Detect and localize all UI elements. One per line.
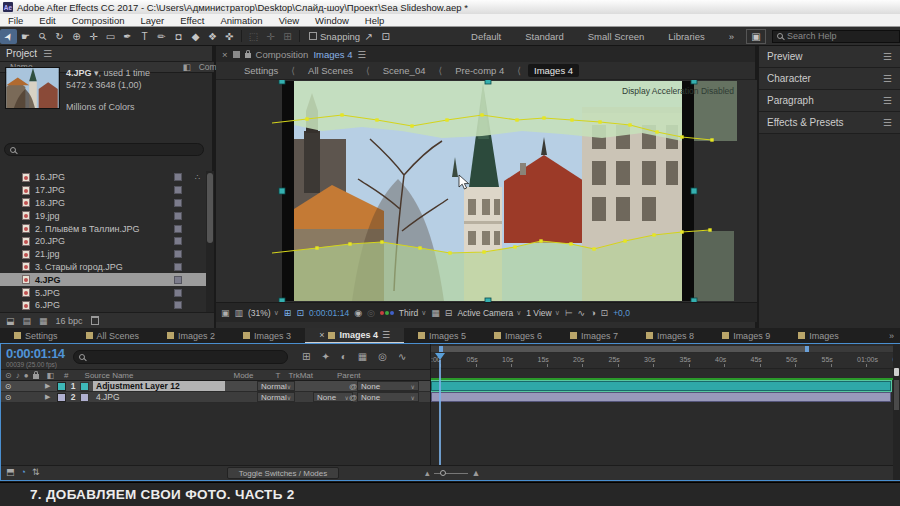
collapsed-panel-header[interactable]: Character ☰	[759, 68, 900, 90]
timeline-tab[interactable]: × Images ☰	[784, 328, 853, 343]
menu-item[interactable]: File	[0, 15, 31, 26]
timeline-search-input[interactable]	[73, 350, 288, 364]
project-item-row[interactable]: 17.JPG ∴	[0, 184, 206, 197]
timeline-tab-label[interactable]: Settings	[25, 331, 58, 341]
interpret-footage-icon[interactable]: ⬓	[6, 316, 15, 326]
frame-blending-icon[interactable]: ▦	[358, 351, 367, 362]
panel-menu-icon[interactable]: ☰	[883, 95, 892, 106]
breadcrumb-label[interactable]: Pre-comp 4	[449, 64, 510, 77]
breadcrumb-item[interactable]: ⟨ Images 4	[510, 64, 579, 77]
time-ruler[interactable]: :0005s10s15s20s25s30s35s40s45s50s55s01:0…	[431, 353, 893, 369]
timeline-tab[interactable]: × Images 5 ☰	[404, 328, 480, 343]
label-color-box[interactable]	[174, 250, 182, 258]
show-snapshot-icon[interactable]: ◎	[367, 308, 375, 318]
project-search-input[interactable]	[4, 143, 204, 156]
solo-column-icon[interactable]: ●	[24, 371, 29, 380]
workspace-manager-icon[interactable]: ▣	[746, 29, 766, 44]
timeline-tab-label[interactable]: Images 8	[657, 331, 694, 341]
menu-item[interactable]: Composition	[64, 15, 133, 26]
current-time-display[interactable]: 0:00:01:14 00039 (25.00 fps)	[1, 346, 73, 368]
layer-visibility-icon[interactable]: ⊙	[1, 382, 15, 391]
menu-item[interactable]: Animation	[212, 15, 270, 26]
graph-editor-icon[interactable]: ∿	[398, 351, 406, 362]
project-item-row[interactable]: 20.JPG ∴	[0, 235, 206, 248]
playhead-handle[interactable]	[435, 353, 445, 360]
parent-dropdown[interactable]: None∨	[357, 381, 419, 391]
transparency-grid-icon[interactable]: ▦	[431, 308, 440, 318]
collapsed-panel-header[interactable]: Preview ☰	[759, 46, 900, 68]
panel-menu-icon[interactable]: ☰	[357, 49, 366, 60]
layer-bar-footage[interactable]	[431, 392, 891, 402]
close-icon[interactable]: ×	[222, 49, 228, 60]
panel-menu-icon[interactable]: ☰	[883, 51, 892, 62]
menu-item[interactable]: Layer	[133, 15, 173, 26]
workspace-button[interactable]: Small Screen	[576, 31, 657, 42]
composition-name[interactable]: Images 4	[313, 49, 352, 60]
scrollbar-thumb[interactable]	[894, 380, 899, 410]
work-area-end-handle[interactable]	[805, 346, 809, 352]
tab-overflow-icon[interactable]: »	[889, 331, 900, 341]
expand-layer-pane-icon[interactable]: ⬒	[6, 467, 15, 477]
collapsed-panel-header[interactable]: Effects & Presets ☰	[759, 112, 900, 134]
project-item-row[interactable]: 4.JPG ∴	[0, 273, 206, 286]
tool-button[interactable]: ⚲	[34, 29, 51, 44]
timeline-tab-label[interactable]: Images 5	[429, 331, 466, 341]
tool-button[interactable]: ✏	[153, 29, 170, 44]
zoom-slider-knob[interactable]	[440, 470, 446, 476]
breadcrumb-label[interactable]: Settings	[238, 64, 284, 77]
column-trkmat[interactable]: TrkMat	[288, 371, 313, 380]
draft-3d-icon[interactable]: ✦	[321, 351, 329, 362]
tool-button[interactable]: ➤	[0, 29, 17, 44]
snapping-checkbox[interactable]	[309, 32, 317, 40]
tool-button[interactable]: ↻	[51, 29, 68, 44]
layer-bar-adjustment[interactable]	[431, 381, 891, 391]
tool-button[interactable]: ✜	[221, 29, 238, 44]
breadcrumb-label[interactable]: Scene_04	[377, 64, 432, 77]
tool-button[interactable]: ▭	[102, 29, 119, 44]
timeline-tab[interactable]: × Images 4 ☰	[305, 328, 404, 343]
zoom-in-icon[interactable]: ▲	[472, 468, 481, 478]
tool-button[interactable]: ◆	[187, 29, 204, 44]
zoom-out-icon[interactable]: ▴	[425, 468, 430, 478]
workspace-button[interactable]: Standard	[513, 31, 576, 42]
label-column-icon[interactable]: ◧	[47, 371, 55, 380]
timeline-tab-label[interactable]: Images 4	[339, 330, 378, 340]
menu-item[interactable]: Help	[357, 15, 393, 26]
workspace-button[interactable]: Default	[459, 31, 513, 42]
column-parent[interactable]: Parent	[337, 371, 361, 380]
timeline-tab-label[interactable]: Images 6	[505, 331, 542, 341]
shy-layers-icon[interactable]: ◐	[341, 351, 347, 362]
timeline-scrollbar[interactable]	[893, 344, 900, 480]
layer-visibility-icon[interactable]: ⊙	[1, 393, 15, 402]
menu-item[interactable]: Effect	[172, 15, 212, 26]
project-item-row[interactable]: 6.JPG ∴	[0, 299, 206, 312]
expand-in-out-icon[interactable]: ◔	[21, 467, 26, 477]
scrollbar-arrow[interactable]	[894, 368, 899, 376]
label-color-box[interactable]	[174, 289, 182, 297]
grid-guides-icon[interactable]: ⊢	[565, 308, 573, 318]
menu-item[interactable]: View	[271, 15, 307, 26]
show-channel-icon[interactable]	[380, 311, 394, 315]
tool-button[interactable]: ✒	[119, 29, 136, 44]
view-layout-dropdown[interactable]: 1 View∨	[526, 308, 559, 318]
snap-angle-icon[interactable]: ↗	[360, 29, 377, 44]
composition-viewer[interactable]: Display Acceleration Disabled	[216, 80, 757, 302]
breadcrumb-label[interactable]: All Scenes	[302, 64, 359, 77]
project-item-row[interactable]: 16.JPG ∴	[0, 171, 206, 184]
label-color-box[interactable]	[174, 225, 182, 233]
layer-row[interactable]: ⊙ ▶ 2 4.JPG Normal∨ None∨ @ None∨	[1, 392, 430, 403]
timeline-tab-label[interactable]: Images	[809, 331, 839, 341]
timeline-tab[interactable]: × All Scenes ☰	[72, 328, 154, 343]
twirl-icon[interactable]: ▶	[45, 393, 57, 401]
timeline-tab[interactable]: × Settings ☰	[0, 328, 72, 343]
breadcrumb-item[interactable]: ⟨ Pre-comp 4	[431, 64, 510, 77]
composition-mini-flowchart-icon[interactable]: ⊞	[302, 351, 310, 362]
workspace-overflow-icon[interactable]: »	[717, 31, 746, 42]
panel-menu-icon[interactable]: ☰	[883, 117, 892, 128]
tool-button[interactable]: ⊕	[68, 29, 85, 44]
blend-mode-dropdown[interactable]: Normal∨	[257, 381, 295, 391]
timeline-tab[interactable]: × Images 2 ☰	[153, 328, 229, 343]
timeline-tab-label[interactable]: Images 7	[581, 331, 618, 341]
help-search-box[interactable]: Search Help	[772, 30, 900, 43]
menu-item[interactable]: Window	[307, 15, 357, 26]
